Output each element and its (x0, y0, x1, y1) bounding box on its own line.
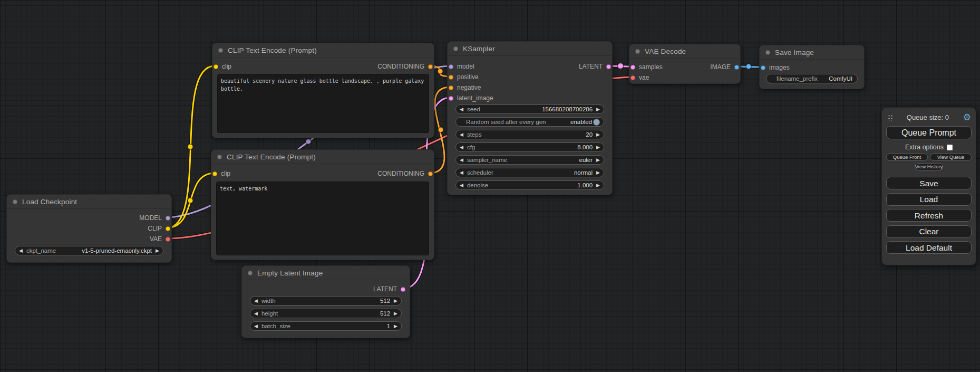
queue-prompt-button[interactable]: Queue Prompt (886, 126, 972, 139)
widget-label: scheduler (467, 169, 493, 176)
image-output-dot[interactable] (734, 65, 739, 70)
next-arrow-icon[interactable]: ▶ (596, 170, 600, 175)
node-title-bar[interactable]: Save Image (760, 45, 864, 60)
widget-label: denoise (467, 182, 488, 188)
increment-arrow-icon[interactable]: ▶ (596, 107, 600, 112)
latent-output-dot[interactable] (606, 64, 611, 69)
filename-prefix-widget[interactable]: filename_prefix ComfyUI (766, 74, 858, 83)
decrement-arrow-icon[interactable]: ◀ (460, 145, 463, 150)
next-arrow-icon[interactable]: ▶ (156, 249, 159, 253)
node-title-bar[interactable]: CLIP Text Encode (Prompt) (211, 150, 434, 164)
increment-arrow-icon[interactable]: ▶ (394, 324, 397, 329)
increment-arrow-icon[interactable]: ▶ (596, 183, 600, 188)
node-empty-latent-image[interactable]: Empty Latent Image LATENT ◀ width 512 ▶ … (241, 265, 410, 338)
random-seed-toggle[interactable]: Random seed after every gen enabled (455, 117, 604, 127)
conditioning-output-dot[interactable] (428, 64, 433, 69)
collapse-dot-icon[interactable] (765, 50, 770, 55)
decrement-arrow-icon[interactable]: ◀ (460, 132, 463, 137)
clip-input-dot[interactable] (214, 64, 218, 69)
next-arrow-icon[interactable]: ▶ (596, 158, 600, 163)
decrement-arrow-icon[interactable]: ◀ (254, 299, 258, 303)
model-output-dot[interactable] (166, 216, 170, 221)
refresh-button[interactable]: Refresh (886, 209, 972, 222)
vae-input-dot[interactable] (630, 75, 635, 80)
collapse-dot-icon[interactable] (635, 49, 640, 54)
negative-prompt-textarea[interactable]: text, watermark (216, 182, 429, 255)
width-widget[interactable]: ◀ width 512 ▶ (250, 296, 402, 306)
widget-value: normal (574, 169, 593, 176)
collapse-dot-icon[interactable] (217, 155, 222, 159)
clip-input-dot[interactable] (212, 171, 217, 176)
prev-arrow-icon[interactable]: ◀ (460, 170, 463, 175)
load-default-button[interactable]: Load Default (886, 241, 972, 254)
decrement-arrow-icon[interactable]: ◀ (460, 183, 463, 188)
view-queue-button[interactable]: View Queue (930, 154, 972, 161)
clear-button[interactable]: Clear (886, 225, 972, 238)
collapse-dot-icon[interactable] (13, 199, 17, 204)
vae-output-dot[interactable] (166, 237, 170, 242)
cfg-widget[interactable]: ◀ cfg 8.000 ▶ (455, 142, 604, 152)
scheduler-widget[interactable]: ◀ scheduler normal ▶ (455, 168, 604, 177)
comfyui-canvas[interactable]: { "colors": { "model": "#B39DDB", "clip"… (0, 0, 980, 372)
increment-arrow-icon[interactable]: ▶ (394, 299, 397, 303)
images-input-dot[interactable] (761, 65, 765, 70)
save-button[interactable]: Save (886, 177, 972, 189)
samples-input-dot[interactable] (630, 65, 635, 70)
node-title-bar[interactable]: Load Checkpoint (7, 195, 171, 209)
node-title-bar[interactable]: KSampler (448, 42, 612, 56)
clip-output-dot[interactable] (166, 226, 170, 231)
node-ksampler[interactable]: KSampler model LATENT positive negative … (447, 41, 613, 195)
decrement-arrow-icon[interactable]: ◀ (254, 311, 258, 316)
drag-handle-icon[interactable] (888, 114, 892, 121)
conditioning-output-dot[interactable] (428, 171, 433, 176)
node-title: CLIP Text Encode (Prompt) (228, 46, 317, 54)
increment-arrow-icon[interactable]: ▶ (394, 311, 397, 316)
prev-arrow-icon[interactable]: ◀ (19, 249, 23, 253)
node-title-bar[interactable]: VAE Decode (629, 44, 740, 59)
ckpt-name-widget[interactable]: ◀ ckpt_name v1-5-pruned-emaonly.ckpt ▶ (15, 246, 163, 255)
latent-output-dot[interactable] (401, 287, 405, 292)
collapse-dot-icon[interactable] (218, 48, 223, 53)
input-samples: samples (629, 62, 663, 72)
seed-widget[interactable]: ◀ seed 156680208700286 ▶ (455, 104, 604, 114)
wire-dot (618, 63, 624, 69)
decrement-arrow-icon[interactable]: ◀ (254, 324, 258, 329)
node-save-image[interactable]: Save Image images filename_prefix ComfyU… (759, 45, 865, 89)
sampler-name-widget[interactable]: ◀ sampler_name euler ▶ (455, 155, 604, 165)
load-button[interactable]: Load (886, 193, 972, 206)
node-title-bar[interactable]: CLIP Text Encode (Prompt) (212, 43, 434, 58)
gear-icon[interactable]: ⚙ (963, 113, 971, 122)
steps-widget[interactable]: ◀ steps 20 ▶ (455, 130, 604, 139)
node-clip-text-encode-positive[interactable]: CLIP Text Encode (Prompt) clip CONDITION… (212, 43, 434, 138)
node-title: Empty Latent Image (257, 269, 323, 277)
collapse-dot-icon[interactable] (453, 46, 458, 51)
node-title: KSampler (463, 45, 495, 53)
node-clip-text-encode-negative[interactable]: CLIP Text Encode (Prompt) clip CONDITION… (211, 149, 434, 260)
latent-image-input-dot[interactable] (449, 96, 453, 101)
increment-arrow-icon[interactable]: ▶ (596, 145, 600, 150)
extra-options-checkbox[interactable] (947, 145, 953, 150)
height-widget[interactable]: ◀ height 512 ▶ (250, 309, 402, 318)
node-vae-decode[interactable]: VAE Decode samples IMAGE vae (629, 44, 741, 84)
queue-front-button[interactable]: Queue Front (886, 154, 928, 161)
node-load-checkpoint[interactable]: Load Checkpoint MODEL CLIP VAE ◀ ckpt_na… (6, 194, 172, 263)
positive-input-dot[interactable] (449, 75, 453, 80)
model-input-dot[interactable] (449, 64, 453, 69)
prev-arrow-icon[interactable]: ◀ (460, 158, 463, 163)
slot-label: CONDITIONING (377, 170, 424, 177)
output-clip: CLIP (148, 223, 171, 234)
decrement-arrow-icon[interactable]: ◀ (460, 107, 463, 112)
collapse-dot-icon[interactable] (248, 271, 253, 275)
batch-size-widget[interactable]: ◀ batch_size 1 ▶ (250, 321, 402, 331)
negative-input-dot[interactable] (449, 85, 453, 90)
output-latent: LATENT (579, 61, 612, 72)
positive-prompt-textarea[interactable]: beautiful scenery nature glass bottle la… (217, 74, 429, 133)
view-history-button[interactable]: View History (915, 163, 944, 170)
node-title-bar[interactable]: Empty Latent Image (242, 266, 410, 280)
slot-label: samples (639, 63, 663, 71)
queue-panel[interactable]: Queue size: 0 ⚙ Queue Prompt Extra optio… (881, 107, 976, 265)
widget-value: 8.000 (577, 144, 593, 150)
toggle-pin-icon[interactable] (593, 119, 600, 126)
denoise-widget[interactable]: ◀ denoise 1.000 ▶ (455, 180, 604, 190)
increment-arrow-icon[interactable]: ▶ (596, 132, 600, 137)
